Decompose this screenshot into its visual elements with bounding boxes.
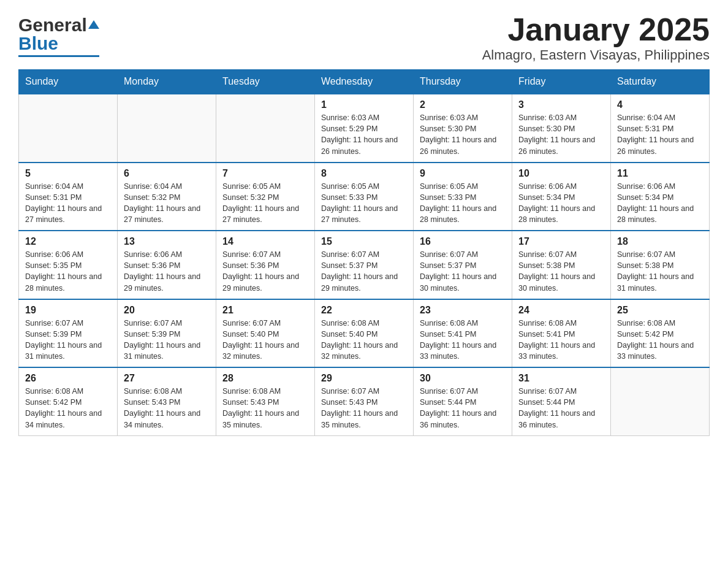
day-info: Sunrise: 6:07 AMSunset: 5:38 PMDaylight:… [518, 249, 604, 294]
calendar-table: Sunday Monday Tuesday Wednesday Thursday… [18, 69, 710, 436]
day-number: 9 [420, 168, 506, 179]
header-wednesday: Wednesday [315, 70, 414, 94]
day-info: Sunrise: 6:07 AMSunset: 5:36 PMDaylight:… [222, 249, 308, 294]
logo-general-text: General [18, 15, 87, 36]
day-info: Sunrise: 6:08 AMSunset: 5:41 PMDaylight:… [420, 318, 506, 362]
calendar-cell-w4-d7: 25Sunrise: 6:08 AMSunset: 5:42 PMDayligh… [611, 299, 710, 368]
calendar-cell-w4-d6: 24Sunrise: 6:08 AMSunset: 5:41 PMDayligh… [512, 299, 611, 368]
calendar-cell-w5-d6: 31Sunrise: 6:07 AMSunset: 5:44 PMDayligh… [512, 367, 611, 435]
day-info: Sunrise: 6:07 AMSunset: 5:37 PMDaylight:… [420, 249, 506, 294]
day-number: 13 [124, 236, 210, 247]
logo-name: General [18, 15, 99, 36]
day-number: 28 [222, 373, 308, 384]
day-info: Sunrise: 6:08 AMSunset: 5:43 PMDaylight:… [222, 386, 308, 431]
calendar-cell-w2-d6: 10Sunrise: 6:06 AMSunset: 5:34 PMDayligh… [512, 163, 611, 231]
header-friday: Friday [512, 70, 611, 94]
day-info: Sunrise: 6:07 AMSunset: 5:44 PMDaylight:… [420, 386, 506, 431]
calendar-cell-w5-d1: 26Sunrise: 6:08 AMSunset: 5:42 PMDayligh… [19, 367, 118, 435]
day-number: 22 [321, 305, 407, 316]
calendar-week-3: 12Sunrise: 6:06 AMSunset: 5:35 PMDayligh… [19, 231, 710, 299]
day-number: 2 [420, 99, 506, 110]
day-number: 16 [420, 236, 506, 247]
day-info: Sunrise: 6:04 AMSunset: 5:31 PMDaylight:… [617, 112, 703, 157]
calendar-cell-w1-d2 [118, 94, 216, 163]
header-monday: Monday [118, 70, 216, 94]
calendar-cell-w1-d4: 1Sunrise: 6:03 AMSunset: 5:29 PMDaylight… [315, 94, 414, 163]
day-info: Sunrise: 6:03 AMSunset: 5:30 PMDaylight:… [420, 112, 506, 157]
logo-underline [18, 55, 99, 57]
day-info: Sunrise: 6:08 AMSunset: 5:42 PMDaylight:… [25, 386, 111, 431]
calendar-cell-w4-d5: 23Sunrise: 6:08 AMSunset: 5:41 PMDayligh… [414, 299, 512, 368]
header-tuesday: Tuesday [216, 70, 315, 94]
day-number: 15 [321, 236, 407, 247]
day-number: 11 [617, 168, 703, 179]
day-number: 7 [222, 168, 308, 179]
day-number: 17 [518, 236, 604, 247]
day-number: 21 [222, 305, 308, 316]
calendar-cell-w1-d5: 2Sunrise: 6:03 AMSunset: 5:30 PMDaylight… [414, 94, 512, 163]
day-info: Sunrise: 6:05 AMSunset: 5:33 PMDaylight:… [420, 181, 506, 226]
calendar-cell-w1-d3 [216, 94, 315, 163]
day-info: Sunrise: 6:06 AMSunset: 5:36 PMDaylight:… [124, 249, 210, 294]
day-info: Sunrise: 6:06 AMSunset: 5:34 PMDaylight:… [617, 181, 703, 226]
day-number: 25 [617, 305, 703, 316]
day-info: Sunrise: 6:07 AMSunset: 5:37 PMDaylight:… [321, 249, 407, 294]
day-number: 14 [222, 236, 308, 247]
day-number: 23 [420, 305, 506, 316]
calendar-cell-w5-d2: 27Sunrise: 6:08 AMSunset: 5:43 PMDayligh… [118, 367, 216, 435]
day-number: 5 [25, 168, 111, 179]
header-sunday: Sunday [19, 70, 118, 94]
calendar-week-4: 19Sunrise: 6:07 AMSunset: 5:39 PMDayligh… [19, 299, 710, 368]
days-of-week-row: Sunday Monday Tuesday Wednesday Thursday… [19, 70, 710, 94]
day-info: Sunrise: 6:07 AMSunset: 5:38 PMDaylight:… [617, 249, 703, 294]
calendar-cell-w2-d7: 11Sunrise: 6:06 AMSunset: 5:34 PMDayligh… [611, 163, 710, 231]
day-number: 31 [518, 373, 604, 384]
day-number: 29 [321, 373, 407, 384]
calendar-cell-w2-d1: 5Sunrise: 6:04 AMSunset: 5:31 PMDaylight… [19, 163, 118, 231]
day-number: 1 [321, 99, 407, 110]
calendar-cell-w5-d5: 30Sunrise: 6:07 AMSunset: 5:44 PMDayligh… [414, 367, 512, 435]
calendar-body: 1Sunrise: 6:03 AMSunset: 5:29 PMDaylight… [19, 94, 710, 435]
day-number: 27 [124, 373, 210, 384]
title-block: January 2025 Almagro, Eastern Visayas, P… [482, 12, 710, 63]
day-info: Sunrise: 6:07 AMSunset: 5:43 PMDaylight:… [321, 386, 407, 431]
calendar-header: Sunday Monday Tuesday Wednesday Thursday… [19, 70, 710, 94]
day-info: Sunrise: 6:08 AMSunset: 5:42 PMDaylight:… [617, 318, 703, 362]
calendar-cell-w2-d5: 9Sunrise: 6:05 AMSunset: 5:33 PMDaylight… [414, 163, 512, 231]
calendar-cell-w3-d3: 14Sunrise: 6:07 AMSunset: 5:36 PMDayligh… [216, 231, 315, 299]
day-number: 20 [124, 305, 210, 316]
calendar-cell-w4-d2: 20Sunrise: 6:07 AMSunset: 5:39 PMDayligh… [118, 299, 216, 368]
day-info: Sunrise: 6:07 AMSunset: 5:39 PMDaylight:… [25, 318, 111, 362]
calendar-cell-w3-d7: 18Sunrise: 6:07 AMSunset: 5:38 PMDayligh… [611, 231, 710, 299]
day-number: 3 [518, 99, 604, 110]
calendar-cell-w2-d2: 6Sunrise: 6:04 AMSunset: 5:32 PMDaylight… [118, 163, 216, 231]
logo-triangle-icon [88, 13, 99, 34]
day-info: Sunrise: 6:03 AMSunset: 5:30 PMDaylight:… [518, 112, 604, 157]
day-info: Sunrise: 6:08 AMSunset: 5:40 PMDaylight:… [321, 318, 407, 362]
calendar-cell-w3-d6: 17Sunrise: 6:07 AMSunset: 5:38 PMDayligh… [512, 231, 611, 299]
day-number: 8 [321, 168, 407, 179]
calendar-cell-w4-d4: 22Sunrise: 6:08 AMSunset: 5:40 PMDayligh… [315, 299, 414, 368]
day-number: 10 [518, 168, 604, 179]
header-thursday: Thursday [414, 70, 512, 94]
day-info: Sunrise: 6:07 AMSunset: 5:44 PMDaylight:… [518, 386, 604, 431]
calendar-week-5: 26Sunrise: 6:08 AMSunset: 5:42 PMDayligh… [19, 367, 710, 435]
calendar-cell-w4-d3: 21Sunrise: 6:07 AMSunset: 5:40 PMDayligh… [216, 299, 315, 368]
day-number: 30 [420, 373, 506, 384]
calendar-title: January 2025 [482, 12, 710, 47]
calendar-cell-w5-d3: 28Sunrise: 6:08 AMSunset: 5:43 PMDayligh… [216, 367, 315, 435]
logo: General Blue [18, 15, 99, 57]
calendar-subtitle: Almagro, Eastern Visayas, Philippines [482, 47, 710, 63]
calendar-cell-w1-d1 [19, 94, 118, 163]
calendar-cell-w3-d1: 12Sunrise: 6:06 AMSunset: 5:35 PMDayligh… [19, 231, 118, 299]
calendar-cell-w1-d7: 4Sunrise: 6:04 AMSunset: 5:31 PMDaylight… [611, 94, 710, 163]
day-info: Sunrise: 6:06 AMSunset: 5:34 PMDaylight:… [518, 181, 604, 226]
calendar-cell-w3-d2: 13Sunrise: 6:06 AMSunset: 5:36 PMDayligh… [118, 231, 216, 299]
calendar-cell-w5-d4: 29Sunrise: 6:07 AMSunset: 5:43 PMDayligh… [315, 367, 414, 435]
day-info: Sunrise: 6:04 AMSunset: 5:32 PMDaylight:… [124, 181, 210, 226]
day-info: Sunrise: 6:05 AMSunset: 5:32 PMDaylight:… [222, 181, 308, 226]
day-info: Sunrise: 6:07 AMSunset: 5:39 PMDaylight:… [124, 318, 210, 362]
calendar-cell-w2-d4: 8Sunrise: 6:05 AMSunset: 5:33 PMDaylight… [315, 163, 414, 231]
logo-blue-text: Blue [18, 33, 58, 53]
calendar-cell-w1-d6: 3Sunrise: 6:03 AMSunset: 5:30 PMDaylight… [512, 94, 611, 163]
